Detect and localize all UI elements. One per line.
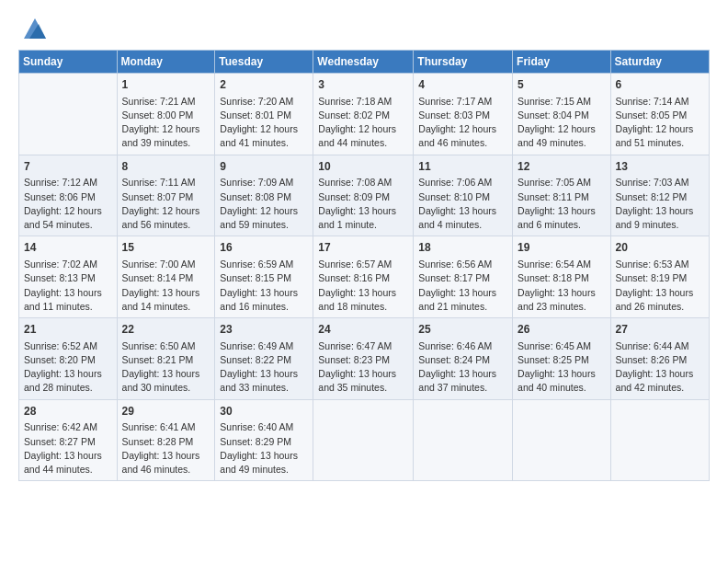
- day-info: Sunrise: 6:44 AMSunset: 8:26 PMDaylight:…: [616, 339, 704, 396]
- day-info: Sunrise: 7:21 AMSunset: 8:00 PMDaylight:…: [122, 95, 210, 151]
- day-number: 28: [24, 404, 112, 419]
- day-number: 14: [24, 240, 112, 256]
- calendar-cell: 3Sunrise: 7:18 AMSunset: 8:02 PMDaylight…: [313, 74, 414, 155]
- day-info: Sunrise: 6:52 AMSunset: 8:20 PMDaylight:…: [24, 339, 112, 396]
- weekday-header-row: SundayMondayTuesdayWednesdayThursdayFrid…: [19, 51, 710, 74]
- day-info: Sunrise: 7:14 AMSunset: 8:05 PMDaylight:…: [616, 95, 704, 151]
- day-info: Sunrise: 6:49 AMSunset: 8:22 PMDaylight:…: [220, 339, 308, 396]
- day-info: Sunrise: 7:17 AMSunset: 8:03 PMDaylight:…: [418, 95, 507, 151]
- calendar-cell: 19Sunrise: 6:54 AMSunset: 8:18 PMDayligh…: [513, 236, 611, 318]
- calendar-cell: 13Sunrise: 7:03 AMSunset: 8:12 PMDayligh…: [610, 155, 709, 236]
- day-info: Sunrise: 7:15 AMSunset: 8:04 PMDaylight:…: [518, 95, 606, 151]
- day-info: Sunrise: 7:11 AMSunset: 8:07 PMDaylight:…: [122, 176, 210, 232]
- calendar-cell: [414, 399, 513, 481]
- calendar-cell: 23Sunrise: 6:49 AMSunset: 8:22 PMDayligh…: [215, 318, 313, 400]
- calendar-week-row: 1Sunrise: 7:21 AMSunset: 8:00 PMDaylight…: [19, 74, 710, 155]
- day-number: 29: [122, 404, 210, 419]
- calendar-cell: [19, 74, 118, 155]
- calendar-cell: 1Sunrise: 7:21 AMSunset: 8:00 PMDaylight…: [117, 74, 215, 155]
- logo: [18, 15, 48, 40]
- calendar-cell: 24Sunrise: 6:47 AMSunset: 8:23 PMDayligh…: [313, 318, 414, 400]
- calendar-cell: 15Sunrise: 7:00 AMSunset: 8:14 PMDayligh…: [117, 236, 215, 318]
- calendar-cell: 9Sunrise: 7:09 AMSunset: 8:08 PMDaylight…: [215, 155, 313, 236]
- day-info: Sunrise: 7:02 AMSunset: 8:13 PMDaylight:…: [24, 258, 112, 314]
- day-number: 13: [616, 159, 704, 175]
- calendar-week-row: 7Sunrise: 7:12 AMSunset: 8:06 PMDaylight…: [19, 155, 710, 236]
- calendar-cell: 17Sunrise: 6:57 AMSunset: 8:16 PMDayligh…: [313, 236, 414, 318]
- day-number: 23: [220, 322, 308, 338]
- calendar-cell: 5Sunrise: 7:15 AMSunset: 8:04 PMDaylight…: [513, 74, 611, 155]
- calendar-cell: 29Sunrise: 6:41 AMSunset: 8:28 PMDayligh…: [117, 399, 215, 481]
- weekday-header-wednesday: Wednesday: [313, 51, 414, 74]
- calendar-cell: 27Sunrise: 6:44 AMSunset: 8:26 PMDayligh…: [610, 318, 709, 400]
- day-info: Sunrise: 6:59 AMSunset: 8:15 PMDaylight:…: [220, 258, 308, 314]
- day-number: 15: [122, 240, 210, 256]
- day-info: Sunrise: 6:42 AMSunset: 8:27 PMDaylight:…: [24, 420, 112, 477]
- calendar-cell: 10Sunrise: 7:08 AMSunset: 8:09 PMDayligh…: [313, 155, 414, 236]
- calendar-week-row: 28Sunrise: 6:42 AMSunset: 8:27 PMDayligh…: [19, 399, 710, 481]
- weekday-header-sunday: Sunday: [19, 51, 118, 74]
- day-number: 11: [418, 159, 507, 175]
- calendar-cell: [313, 399, 414, 481]
- day-number: 30: [220, 404, 308, 419]
- day-number: 27: [616, 322, 704, 338]
- calendar-header: SundayMondayTuesdayWednesdayThursdayFrid…: [19, 51, 710, 74]
- calendar-table: SundayMondayTuesdayWednesdayThursdayFrid…: [18, 50, 710, 481]
- day-number: 5: [518, 77, 606, 93]
- day-info: Sunrise: 7:18 AMSunset: 8:02 PMDaylight:…: [318, 95, 408, 151]
- day-number: 19: [518, 240, 606, 256]
- day-info: Sunrise: 6:45 AMSunset: 8:25 PMDaylight:…: [518, 339, 606, 396]
- day-info: Sunrise: 6:50 AMSunset: 8:21 PMDaylight:…: [122, 339, 210, 396]
- calendar-cell: 6Sunrise: 7:14 AMSunset: 8:05 PMDaylight…: [610, 74, 709, 155]
- day-info: Sunrise: 7:09 AMSunset: 8:08 PMDaylight:…: [220, 176, 308, 232]
- calendar-cell: 2Sunrise: 7:20 AMSunset: 8:01 PMDaylight…: [215, 74, 313, 155]
- day-info: Sunrise: 6:53 AMSunset: 8:19 PMDaylight:…: [616, 258, 704, 314]
- day-number: 9: [220, 159, 308, 175]
- day-info: Sunrise: 7:20 AMSunset: 8:01 PMDaylight:…: [220, 95, 308, 151]
- calendar-cell: 20Sunrise: 6:53 AMSunset: 8:19 PMDayligh…: [610, 236, 709, 318]
- day-number: 6: [616, 77, 704, 93]
- weekday-header-monday: Monday: [117, 51, 215, 74]
- logo-icon: [22, 15, 48, 40]
- weekday-header-saturday: Saturday: [610, 51, 709, 74]
- day-number: 21: [24, 322, 112, 338]
- day-info: Sunrise: 6:47 AMSunset: 8:23 PMDaylight:…: [318, 339, 408, 396]
- day-info: Sunrise: 7:08 AMSunset: 8:09 PMDaylight:…: [318, 176, 408, 232]
- day-number: 26: [518, 322, 606, 338]
- day-number: 2: [220, 77, 308, 93]
- day-number: 12: [518, 159, 606, 175]
- day-number: 3: [318, 77, 408, 93]
- day-number: 25: [418, 322, 507, 338]
- day-number: 18: [418, 240, 507, 256]
- day-number: 22: [122, 322, 210, 338]
- day-info: Sunrise: 6:46 AMSunset: 8:24 PMDaylight:…: [418, 339, 507, 396]
- calendar-cell: [513, 399, 611, 481]
- calendar-cell: 8Sunrise: 7:11 AMSunset: 8:07 PMDaylight…: [117, 155, 215, 236]
- day-number: 17: [318, 240, 408, 256]
- day-number: 24: [318, 322, 408, 338]
- day-number: 8: [122, 159, 210, 175]
- calendar-cell: 4Sunrise: 7:17 AMSunset: 8:03 PMDaylight…: [414, 74, 513, 155]
- calendar-cell: 25Sunrise: 6:46 AMSunset: 8:24 PMDayligh…: [414, 318, 513, 400]
- calendar-week-row: 21Sunrise: 6:52 AMSunset: 8:20 PMDayligh…: [19, 318, 710, 400]
- calendar-cell: 21Sunrise: 6:52 AMSunset: 8:20 PMDayligh…: [19, 318, 118, 400]
- day-info: Sunrise: 7:00 AMSunset: 8:14 PMDaylight:…: [122, 258, 210, 314]
- day-number: 4: [418, 77, 507, 93]
- day-info: Sunrise: 6:56 AMSunset: 8:17 PMDaylight:…: [418, 258, 507, 314]
- day-number: 1: [122, 77, 210, 93]
- day-number: 7: [24, 159, 112, 175]
- day-info: Sunrise: 7:03 AMSunset: 8:12 PMDaylight:…: [616, 176, 704, 232]
- calendar-cell: 11Sunrise: 7:06 AMSunset: 8:10 PMDayligh…: [414, 155, 513, 236]
- day-info: Sunrise: 6:40 AMSunset: 8:29 PMDaylight:…: [220, 420, 308, 477]
- header: [18, 15, 710, 40]
- day-info: Sunrise: 6:41 AMSunset: 8:28 PMDaylight:…: [122, 420, 210, 477]
- calendar-week-row: 14Sunrise: 7:02 AMSunset: 8:13 PMDayligh…: [19, 236, 710, 318]
- calendar-cell: 16Sunrise: 6:59 AMSunset: 8:15 PMDayligh…: [215, 236, 313, 318]
- day-number: 16: [220, 240, 308, 256]
- calendar-cell: [610, 399, 709, 481]
- calendar-cell: 18Sunrise: 6:56 AMSunset: 8:17 PMDayligh…: [414, 236, 513, 318]
- day-info: Sunrise: 7:06 AMSunset: 8:10 PMDaylight:…: [418, 176, 507, 232]
- calendar-cell: 28Sunrise: 6:42 AMSunset: 8:27 PMDayligh…: [19, 399, 118, 481]
- weekday-header-tuesday: Tuesday: [215, 51, 313, 74]
- page: SundayMondayTuesdayWednesdayThursdayFrid…: [0, 0, 728, 563]
